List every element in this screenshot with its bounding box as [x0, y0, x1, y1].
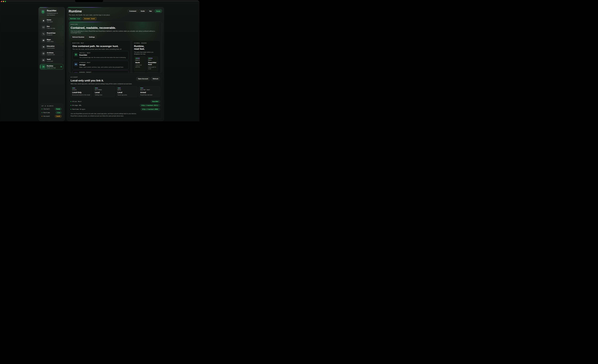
main-header: Runtime The stack, the health, the sync … — [69, 9, 162, 16]
status-dot-account — [42, 116, 42, 116]
camera-notch — [75, 0, 103, 2]
roachnet-logo — [41, 9, 45, 15]
sidebar-item-roachclaw[interactable]: RoachClaw Private AI — [40, 31, 63, 37]
zoom-window-button[interactable] — [5, 1, 6, 2]
status-badge-account: Local — [55, 115, 62, 117]
signal-tile-grid: ROUTE Build Active local gateway HOST Ro… — [134, 57, 158, 73]
page-subtitle: The stack, the health, the sync state, a… — [69, 14, 110, 16]
gradient-bar — [140, 88, 143, 88]
stat-settings: SETTINGS Local Settings lane — [93, 86, 115, 97]
account-subtitle: Web chat, saved app picks, and future sy… — [71, 83, 132, 84]
runtime-title: Contained, readable, recoverable. — [71, 26, 160, 30]
green-dot — [71, 101, 71, 102]
green-dot — [71, 105, 71, 106]
runtime-eyebrow: RUNTIME — [71, 24, 160, 25]
green-dot — [71, 109, 71, 110]
runtime-map-subtitle: The root, the route, and the private lan… — [72, 48, 129, 50]
signal-tile-roachtail: ROACHTAIL 0 peers Private bridge is arme… — [134, 72, 146, 73]
refresh-runtime-button[interactable]: Refresh Runtime — [71, 35, 86, 39]
sidebar-item-maps[interactable]: Maps Offline atlas — [40, 38, 63, 43]
sidebar-item-education[interactable]: Education Course packs — [40, 44, 63, 50]
account-buttons: Open Account Refresh — [136, 76, 160, 81]
gradient-bar — [95, 88, 98, 88]
close-window-button[interactable] — [1, 1, 2, 2]
map-item-storage-root[interactable]: STORAGE ROOT storage Maps, vault content… — [72, 61, 129, 69]
signal-tile-host: HOST RoachNet host Native path for small — [147, 57, 158, 71]
kv-row-alias-host: Alias Host RoachNet — [71, 100, 160, 103]
runtime-map-eyebrow: RUNTIME MAP — [72, 42, 129, 44]
sidebar-nav: Home Your stack Dev Code and ship RoachC… — [40, 18, 63, 70]
roach-icon — [41, 10, 45, 14]
account-kv-rows: Alias Host RoachNet Bridge URL http://ro… — [71, 99, 160, 111]
account-eyebrow: ACCOUNT — [71, 76, 132, 78]
bridge-url-value-pill[interactable]: http://roachnet:38111/ — [140, 104, 160, 107]
books-icon — [42, 58, 45, 62]
page-title: Runtime — [69, 9, 110, 13]
ready-status-pill[interactable]: Ready — [155, 9, 162, 13]
account-local-chip: Account local — [83, 17, 96, 20]
glance-row-install: Install Ready — [42, 108, 62, 110]
account-card: ACCOUNT Local-only until you link it. We… — [69, 74, 162, 119]
runtime-map-title: One contained path. No scavenger hunt. — [72, 45, 129, 48]
sidebar: RoachNet Contained stack on your hardwar… — [39, 7, 65, 121]
alias-host-value-pill[interactable]: RoachNet — [151, 100, 160, 103]
signal-tile-route: ROUTE Build Active local gateway — [134, 57, 146, 71]
status-dot-runtime — [42, 112, 42, 113]
settings-button[interactable]: Settings — [87, 35, 97, 39]
account-stats: STATE Local-Only No account stored in th… — [71, 86, 160, 97]
at-a-glance-panel: AT A GLANCE Install Ready Runtime Live A… — [40, 104, 63, 119]
sidebar-item-vault[interactable]: Vault Local shelf — [40, 57, 63, 63]
brand: RoachNet Contained stack on your hardwar… — [40, 9, 63, 18]
open-account-button[interactable]: Open Account — [136, 77, 150, 81]
minimize-window-button[interactable] — [3, 1, 4, 2]
status-badge-runtime: Live — [56, 111, 62, 114]
signal-board-card: SIGNAL BOARD Runtime, read fast. The par… — [132, 41, 160, 73]
sidebar-item-runtime[interactable]: Runtime Health and logs — [40, 64, 63, 70]
map-item-install-root[interactable]: INSTALL ROOT RoachNet The contained app … — [72, 51, 129, 60]
runtime-origin-value-pill[interactable]: http://roachnet:8080/ — [141, 108, 160, 111]
active-indicator-bar — [40, 65, 41, 68]
runtime-description: One local gateway in front, RoachTail an… — [71, 30, 160, 33]
signal-board-title: Runtime, read fast. — [134, 45, 158, 50]
nav-button[interactable]: Nav — [147, 9, 154, 13]
app-tagline: Contained stack on your hardware — [47, 12, 59, 16]
status-dot-install — [42, 109, 42, 109]
stat-apps: APPS Local Saved app picks — [116, 86, 138, 97]
stat-state: STATE Local-Only No account stored in th… — [71, 86, 92, 97]
app-title: RoachNet — [47, 9, 59, 12]
command-button[interactable]: Command — [127, 9, 138, 13]
globe-icon — [74, 72, 78, 73]
refresh-account-button[interactable]: Refresh — [151, 77, 160, 81]
main-panel: Runtime The stack, the health, the sync … — [67, 7, 164, 121]
terminal-icon — [42, 25, 45, 29]
sidebar-item-home[interactable]: Home Your stack — [40, 18, 63, 24]
account-header: ACCOUNT Local-only until you link it. We… — [71, 76, 160, 84]
sidebar-item-archives[interactable]: Archives Captured web — [40, 51, 63, 56]
kv-row-bridge-url: Bridge URL http://roachnet:38111/ — [71, 104, 160, 107]
stat-hosted-chat: HOSTED CHAT Armed RoachClaw web lane — [139, 86, 160, 97]
hard-drive-icon — [74, 62, 78, 66]
account-footnote: Use one RoachNet account to tie web chat… — [71, 112, 160, 117]
sidebar-item-dev[interactable]: Dev Code and ship — [40, 25, 63, 30]
guide-button[interactable]: Guide — [139, 9, 147, 13]
runtime-map-card: RUNTIME MAP One contained path. No scave… — [71, 41, 130, 73]
runtime-live-chip: Runtime live — [69, 17, 82, 20]
gradient-bar — [118, 88, 121, 88]
map-icon — [42, 39, 45, 42]
claw-icon — [42, 32, 45, 36]
signal-board-eyebrow: SIGNAL BOARD — [134, 42, 158, 44]
map-item-server-target[interactable]: SERVER TARGET Build The active local rou… — [72, 70, 129, 73]
gradient-bar — [148, 58, 153, 58]
runtime-card: RUNTIME Contained, readable, recoverable… — [69, 22, 162, 73]
server-icon — [42, 65, 45, 69]
glance-title: AT A GLANCE — [42, 105, 62, 107]
header-actions: Command Guide Nav Ready — [127, 9, 162, 13]
signal-tile-roachsync: ROACHSYNC Off Contained sync is disabled… — [147, 72, 158, 73]
status-badge-install: Ready — [55, 108, 62, 110]
runtime-live-dot — [61, 66, 62, 67]
window-controls — [1, 1, 6, 2]
glance-row-account: Account Local — [42, 115, 62, 117]
archive-box-icon — [42, 52, 45, 56]
package-icon — [74, 53, 78, 57]
kv-row-runtime-origin: Runtime Origin http://roachnet:8080/ — [71, 108, 160, 111]
